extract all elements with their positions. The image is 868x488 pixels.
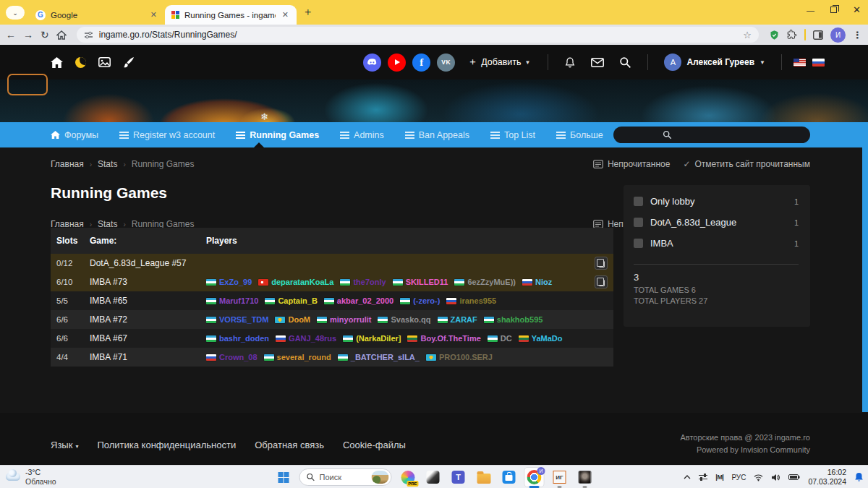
player[interactable]: shakhob595 — [484, 315, 543, 324]
nav-item-больше[interactable]: Больше — [556, 130, 603, 140]
taskbar-chrome[interactable]: И — [525, 468, 544, 487]
breadcrumb-home[interactable]: Главная — [51, 159, 84, 169]
checkbox[interactable] — [634, 218, 643, 227]
shield-extension-icon[interactable] — [769, 30, 780, 40]
breadcrumb-stats[interactable]: Stats — [98, 159, 117, 169]
player[interactable]: Captain_B — [265, 296, 317, 305]
player[interactable]: deparatanKoaLa — [258, 278, 333, 286]
notification-bell-icon[interactable] — [854, 472, 864, 482]
extensions-puzzle-icon[interactable] — [787, 30, 797, 40]
player[interactable]: akbar_02_2000 — [324, 296, 393, 305]
taskbar-search[interactable]: Поиск — [299, 468, 392, 486]
checkbox[interactable] — [634, 239, 643, 248]
mark-read-link[interactable]: ✓ Отметить сайт прочитанным — [683, 159, 810, 169]
user-menu[interactable]: A Алексей Гуреев ▼ — [664, 53, 765, 71]
tab-running-games[interactable]: Running Games - ingame.ro ✕ — [165, 5, 297, 25]
copy-game-button[interactable] — [595, 257, 608, 270]
browser-profile-avatar[interactable]: И — [830, 27, 846, 43]
us-flag-icon[interactable] — [793, 59, 806, 67]
nav-item-ban-appeals[interactable]: Ban Appeals — [405, 130, 469, 140]
facebook-icon[interactable]: f — [412, 53, 430, 72]
nav-item-top-list[interactable]: Top List — [490, 130, 535, 140]
player[interactable]: DooM — [275, 315, 310, 324]
side-panel-icon[interactable] — [813, 30, 823, 40]
notifications-bell-icon[interactable] — [564, 56, 576, 69]
taskbar-clock[interactable]: 16:02 07.03.2024 — [808, 468, 846, 487]
m-tray-icon[interactable]: |М| — [715, 474, 723, 481]
site-home-icon[interactable] — [51, 57, 63, 68]
player[interactable]: (NarkaDiler] — [343, 334, 401, 343]
theme-brush-icon[interactable] — [123, 56, 135, 68]
player[interactable]: SKILLED11 — [393, 278, 448, 286]
close-window-button[interactable]: ✕ — [853, 4, 861, 15]
player[interactable]: DC — [488, 334, 512, 343]
taskbar-copilot[interactable]: PRE — [399, 468, 417, 487]
browser-menu-icon[interactable]: ⋮ — [853, 30, 862, 40]
site-search-input[interactable] — [613, 127, 810, 143]
discord-icon[interactable] — [363, 53, 381, 72]
taskbar-game[interactable] — [576, 468, 595, 487]
player[interactable]: Svasko.qq — [378, 315, 430, 324]
search-icon[interactable] — [619, 56, 631, 69]
player[interactable]: ExZo_99 — [206, 278, 252, 286]
player[interactable]: several_round — [264, 353, 331, 361]
page-scrollbar[interactable] — [862, 147, 868, 412]
vk-icon[interactable]: VK — [437, 53, 455, 72]
messages-envelope-icon[interactable] — [591, 58, 604, 67]
wifi-icon[interactable] — [754, 474, 763, 481]
add-button[interactable]: ＋ Добавить ▼ — [467, 56, 530, 69]
filter-item[interactable]: IMBA1 — [634, 233, 799, 254]
taskbar-app-dark[interactable] — [424, 468, 443, 487]
home-button[interactable] — [56, 30, 67, 40]
nav-item-admins[interactable]: Admins — [340, 130, 384, 140]
unread-link[interactable]: Непрочитанное — [593, 159, 671, 169]
sliders-tray-icon[interactable] — [699, 474, 707, 481]
bookmark-star-icon[interactable]: ☆ — [743, 30, 752, 40]
ru-flag-icon[interactable] — [812, 59, 825, 67]
player[interactable]: ZARAF — [438, 315, 477, 324]
footer-link[interactable]: Политика конфиденциальности — [97, 440, 236, 450]
back-button[interactable]: ← — [6, 30, 16, 40]
close-tab-icon[interactable]: ✕ — [149, 10, 158, 20]
player[interactable]: (-zero-) — [400, 296, 440, 305]
close-tab-icon[interactable]: ✕ — [281, 10, 290, 20]
tray-expand-chevron[interactable] — [684, 475, 691, 479]
filter-item[interactable]: Only lobby1 — [634, 191, 799, 212]
player[interactable]: Maruf1710 — [206, 296, 258, 305]
taskbar-ingame-app[interactable]: ИГ — [550, 468, 569, 487]
filter-item[interactable]: DotA_6.83d_League1 — [634, 212, 799, 233]
player[interactable]: Nioz — [522, 278, 552, 286]
youtube-icon[interactable] — [388, 53, 406, 72]
nav-item-running-games[interactable]: Running Games — [236, 130, 319, 140]
player[interactable]: bashr_doden — [206, 334, 269, 343]
taskbar-store[interactable] — [500, 468, 519, 487]
dark-mode-moon-icon[interactable] — [75, 57, 86, 68]
volume-icon[interactable] — [771, 474, 780, 481]
player[interactable]: iranes955 — [446, 296, 496, 305]
player[interactable]: PRO100.SERJ — [426, 353, 493, 361]
player[interactable]: _BATCHER_sILA_ — [338, 353, 420, 361]
player[interactable]: GANJ_48rus — [276, 334, 336, 343]
url-bar[interactable]: ingame.go.ro/Stats/RunningGames/ ☆ — [77, 27, 759, 43]
footer-link[interactable]: Cookie-файлы — [343, 440, 406, 450]
player[interactable]: YaMaDo — [519, 334, 563, 343]
player[interactable]: VORSE_TDM — [206, 315, 268, 324]
player[interactable]: Boy.Of.TheTime — [407, 334, 480, 343]
nav-item-register-w3-account[interactable]: Register w3 account — [119, 130, 215, 140]
battery-icon[interactable] — [788, 474, 800, 481]
taskbar-teams[interactable]: T — [449, 468, 468, 487]
tab-google[interactable]: G Google ✕ — [29, 5, 165, 25]
start-button[interactable] — [274, 468, 293, 487]
player[interactable]: the7only — [340, 278, 386, 286]
player[interactable]: 6ezZzyMuE)) — [454, 278, 516, 286]
gallery-icon[interactable] — [98, 57, 111, 67]
new-tab-button[interactable]: ＋ — [302, 5, 313, 19]
forward-button[interactable]: → — [23, 30, 33, 40]
minimize-button[interactable]: — — [807, 6, 814, 14]
footer-link[interactable]: Язык▾ — [51, 440, 78, 450]
copy-game-button[interactable] — [595, 275, 608, 288]
language-indicator[interactable]: РУС — [731, 474, 746, 481]
player[interactable]: Crown_08 — [206, 353, 258, 361]
taskbar-weather-widget[interactable]: -3°C Облачно — [6, 468, 56, 486]
reload-button[interactable]: ↻ — [41, 30, 49, 40]
